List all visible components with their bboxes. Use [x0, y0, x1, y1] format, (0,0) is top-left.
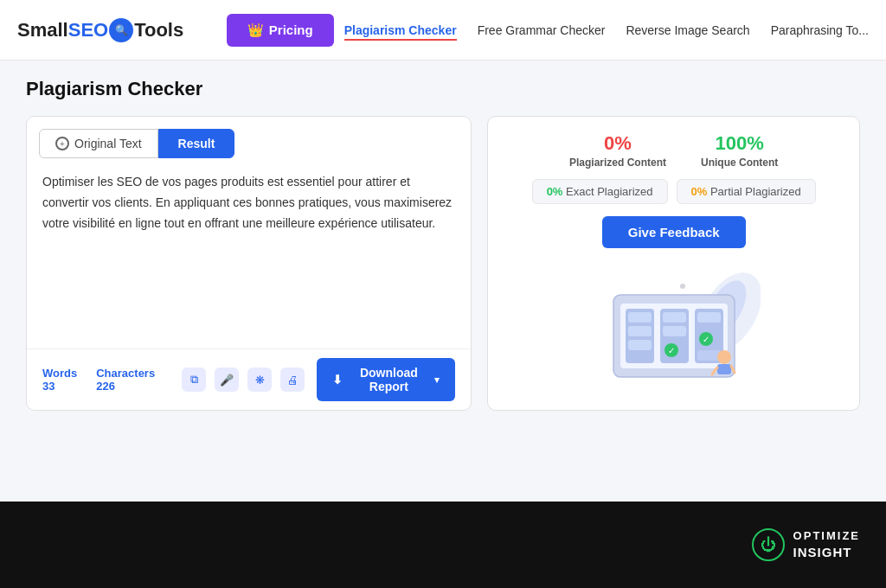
mic-icon[interactable]: 🎤 [215, 368, 239, 392]
svg-point-2 [680, 284, 685, 289]
print-icon[interactable]: 🖨 [280, 368, 305, 392]
svg-rect-9 [628, 312, 652, 323]
svg-point-20 [717, 350, 731, 364]
give-feedback-button[interactable]: Give Feedback [602, 216, 746, 248]
plagiarized-pct: 0% [604, 132, 632, 155]
plagiarized-label: Plagiarized Content [569, 157, 666, 169]
svg-rect-10 [628, 326, 652, 336]
main-row: + Original Text Result Optimiser les SEO… [26, 116, 860, 411]
word-count: Words 33 [42, 367, 84, 393]
svg-rect-11 [628, 340, 652, 350]
svg-text:✓: ✓ [668, 346, 675, 355]
svg-rect-21 [717, 364, 731, 374]
tab-result-label: Result [178, 137, 215, 150]
nav-paraphrasing[interactable]: Paraphrasing To... [771, 20, 869, 41]
download-report-label: Download Report [350, 366, 427, 393]
logo: Small SEO 🔍 Tools [17, 18, 183, 42]
char-count-label: Characters [96, 367, 155, 380]
text-content: Optimiser les SEO de vos pages produits … [27, 158, 471, 348]
plus-circle-icon: + [55, 137, 69, 150]
download-icon: ⬇ [332, 373, 343, 387]
optimize-power-icon: ⏻ [752, 528, 785, 561]
svg-rect-12 [663, 312, 686, 323]
svg-rect-19 [697, 350, 721, 361]
tool-icons: ⧉ 🎤 ❋ 🖨 [182, 368, 305, 392]
char-count: Characters 226 [96, 367, 163, 393]
svg-text:✓: ✓ [703, 335, 709, 344]
illustration: ✓ ✓ [587, 260, 761, 399]
feedback-label: Give Feedback [628, 225, 720, 240]
bottom-bar-black: ⏻ OPTIMIZE INSIGHT [0, 502, 886, 588]
tab-result[interactable]: Result [158, 129, 235, 158]
exact-plagiarized-stat: 0% Exact Plagiarized [532, 179, 668, 204]
copy-icon[interactable]: ⧉ [182, 368, 206, 392]
page-content: Plagiarism Checker + Original Text Resul… [0, 61, 886, 502]
plagiarized-stat: 0% Plagiarized Content [569, 132, 666, 169]
pricing-label: Pricing [269, 22, 313, 37]
bottom-bar: Words 33 Characters 226 ⧉ 🎤 ❋ 🖨 ⬇ Downlo… [27, 348, 471, 410]
body-text: Optimiser les SEO de vos pages produits … [42, 172, 455, 233]
svg-rect-13 [663, 326, 686, 336]
logo-tools-text: Tools [134, 19, 183, 42]
stats-row: 0% Plagiarized Content 100% Unique Conte… [569, 132, 778, 169]
logo-small-text: Small [17, 19, 68, 42]
nav-links: Plagiarism Checker Free Grammar Checker … [344, 20, 869, 41]
tabs-row: + Original Text Result [27, 117, 471, 158]
optimize-badge: ⏻ OPTIMIZE INSIGHT [752, 528, 860, 561]
share-icon[interactable]: ❋ [247, 368, 272, 392]
right-panel: 0% Plagiarized Content 100% Unique Conte… [487, 116, 860, 411]
pricing-button[interactable]: 👑 Pricing [227, 14, 334, 47]
tab-original-label: Original Text [74, 137, 142, 150]
unique-stat: 100% Unique Content [701, 132, 778, 169]
optimize-line1: OPTIMIZE [793, 529, 860, 544]
left-panel: + Original Text Result Optimiser les SEO… [26, 116, 472, 411]
download-report-button[interactable]: ⬇ Download Report ▾ [317, 358, 455, 401]
nav-reverse-image-search[interactable]: Reverse Image Search [626, 20, 749, 41]
unique-pct: 100% [716, 132, 764, 155]
word-count-label: Words [42, 367, 77, 380]
optimize-line2: INSIGHT [793, 544, 860, 561]
chevron-down-icon: ▾ [434, 374, 440, 386]
optimize-text: OPTIMIZE INSIGHT [793, 529, 860, 560]
unique-label: Unique Content [701, 157, 778, 169]
svg-rect-16 [697, 312, 721, 323]
crown-icon: 👑 [247, 22, 264, 38]
logo-seo-text: SEO [68, 19, 108, 42]
nav-plagiarism-checker[interactable]: Plagiarism Checker [344, 20, 457, 41]
tab-original-text[interactable]: + Original Text [39, 129, 158, 158]
nav-grammar-checker[interactable]: Free Grammar Checker [478, 20, 606, 41]
page-title: Plagiarism Checker [26, 78, 860, 100]
partial-plagiarized-stat: 0% Partial Plagiarized [677, 179, 816, 204]
navbar: Small SEO 🔍 Tools 👑 Pricing Plagiarism C… [0, 0, 886, 61]
sub-stats-row: 0% Exact Plagiarized 0% Partial Plagiari… [502, 179, 845, 204]
logo-search-icon: 🔍 [109, 18, 133, 42]
